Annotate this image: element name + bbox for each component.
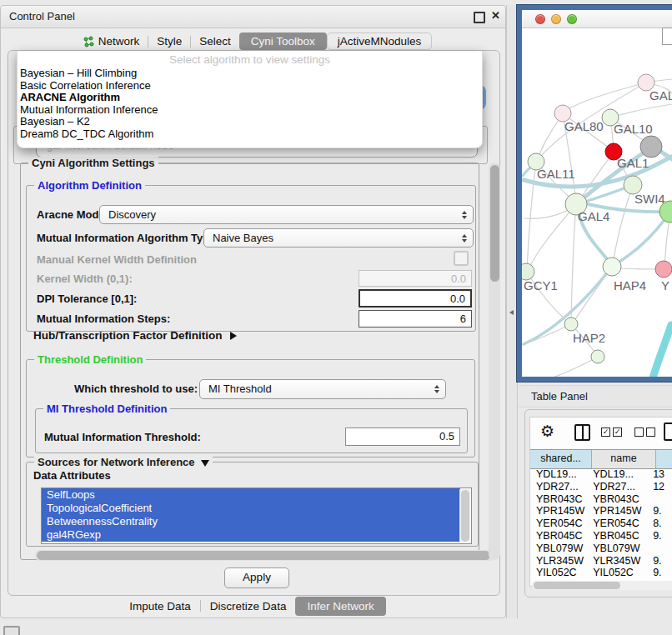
table-cell: 13	[649, 468, 672, 481]
network-node-hap4[interactable]	[603, 258, 621, 276]
float-window-icon[interactable]	[474, 12, 485, 23]
table-row[interactable]: YBL079WYBL079W	[530, 542, 672, 555]
table-cell: YBL079W	[530, 542, 589, 555]
table-column-header[interactable]: shared...	[530, 450, 592, 468]
settings-gear-icon[interactable]: ⚙	[540, 422, 554, 441]
scrollbar-thumb[interactable]	[37, 551, 490, 560]
group-title: Sources for Network Inference	[34, 456, 213, 468]
table-row[interactable]: YER054CYER054C8.	[530, 518, 672, 530]
network-edge[interactable]	[524, 324, 571, 344]
table-row[interactable]: YBR045CYBR045C9.	[530, 530, 672, 542]
node-label: GAL10	[614, 122, 653, 136]
table-row[interactable]: YPR145WYPR145W9.	[530, 505, 672, 518]
close-window-button[interactable]	[535, 14, 545, 24]
table-cell: 9.	[649, 505, 672, 518]
threshold-select[interactable]: MI Threshold	[199, 379, 446, 399]
deselect-checkbox-icon[interactable]	[646, 428, 655, 437]
table-body: YDL19...YDL19...13YDR27...YDR27...12YBR0…	[530, 468, 672, 578]
data-attribute-item[interactable]: SelfLoops	[42, 488, 460, 502]
close-panel-icon[interactable]: ✕	[491, 9, 500, 22]
column-split-icon[interactable]	[574, 424, 590, 441]
tab-jactivemnodules[interactable]: jActiveMNodules	[327, 32, 433, 50]
data-attributes-items: SelfLoopsTopologicalCoefficientBetweenne…	[42, 488, 471, 542]
scrollbar-thumb[interactable]	[534, 582, 620, 589]
node-label: HAP4	[614, 278, 646, 292]
dpi-tolerance-input[interactable]: 0.0	[359, 289, 472, 308]
algorithm-option[interactable]: Bayesian – Hill Climbing	[20, 68, 482, 80]
data-attribute-item[interactable]: gal4RGexp	[42, 528, 460, 542]
network-view-window[interactable]: GALGAL80GAL10GAL1GAL11SWI4GAL4GCY1HAP4YH…	[517, 5, 672, 382]
zoom-window-button[interactable]	[567, 14, 577, 24]
kernel-width-input[interactable]: 0.0	[359, 270, 472, 287]
network-node-gcy1[interactable]	[522, 263, 534, 280]
scrollbar-thumb[interactable]	[461, 490, 469, 542]
table-icon[interactable]	[664, 422, 672, 441]
network-edge[interactable]	[610, 104, 672, 118]
network-edge[interactable]	[549, 357, 598, 377]
algorithm-option[interactable]: Bayesian – K2	[20, 116, 482, 128]
table-cell: 9.	[649, 530, 672, 542]
table-column-header[interactable]: name	[592, 450, 656, 468]
scrollbar-thumb[interactable]	[490, 165, 499, 282]
table-panel-window: ⚙ ✓ ✓ shared...nameA YDL19...YDL19...13Y…	[524, 409, 672, 598]
tab-impute-data[interactable]: Impute Data	[120, 598, 200, 615]
network-edge[interactable]	[571, 204, 576, 322]
aracne-mode-select[interactable]: Discovery	[99, 205, 474, 224]
settings-vertical-scrollbar[interactable]	[489, 162, 500, 560]
table-row[interactable]: YLR345WYLR345W9.	[530, 555, 672, 568]
apply-button[interactable]: Apply	[224, 568, 289, 588]
algorithm-option[interactable]: Basic Correlation Inference	[20, 80, 482, 92]
expand-right-icon	[230, 332, 237, 340]
table-cell: YDR27...	[530, 481, 589, 493]
tab-style[interactable]: Style	[148, 33, 190, 49]
select-all-checkbox-icon[interactable]: ✓	[613, 428, 622, 437]
table-row[interactable]: YBR043CYBR043C	[530, 493, 672, 506]
data-attribute-item[interactable]: BetweennessCentrality	[42, 515, 460, 528]
network-node[interactable]	[591, 350, 604, 363]
network-edge[interactable]	[574, 267, 612, 322]
tab-select[interactable]: Select	[191, 33, 239, 49]
network-canvas[interactable]: GALGAL80GAL10GAL1GAL11SWI4GAL4GCY1HAP4YH…	[522, 28, 672, 377]
table-row[interactable]: YIL052CYIL052C9.	[530, 567, 672, 578]
tab-infer-network[interactable]: Infer Network	[295, 597, 385, 616]
tab-discretize-data[interactable]: Discretize Data	[201, 598, 296, 615]
tab-network[interactable]: Network	[74, 33, 148, 49]
select-all-checkbox-icon[interactable]: ✓	[601, 428, 610, 437]
manual-kernel-checkbox[interactable]	[454, 251, 469, 266]
table-cell: YPR145W	[530, 505, 589, 518]
data-attribute-item[interactable]: TopologicalCoefficient	[42, 502, 460, 515]
network-node-y[interactable]	[655, 261, 672, 278]
algorithm-option[interactable]: ARACNE Algorithm	[20, 92, 482, 104]
network-edge[interactable]	[529, 204, 576, 269]
list-vertical-scrollbar[interactable]	[459, 489, 470, 542]
sources-title: Sources for Network Inference	[38, 456, 195, 468]
table-header-row: shared...nameA	[530, 449, 672, 469]
tab-cyni-toolbox[interactable]: Cyni Toolbox	[239, 32, 327, 50]
table-horizontal-scrollbar[interactable]	[532, 581, 672, 590]
network-edge[interactable]	[651, 325, 671, 377]
node-label: GAL11	[537, 167, 575, 181]
network-node[interactable]	[640, 136, 662, 158]
panel-splitter[interactable]	[506, 5, 518, 618]
settings-horizontal-scrollbar[interactable]	[35, 550, 495, 561]
tab-label: jActiveMNodules	[338, 35, 422, 48]
algorithm-option[interactable]: Dream8 DC_TDC Algorithm	[20, 128, 482, 141]
mi-steps-input[interactable]: 6	[359, 310, 472, 328]
table-row[interactable]: YDL19...YDL19...13	[530, 468, 672, 481]
network-edge[interactable]	[613, 185, 633, 264]
network-node-hap2[interactable]	[564, 318, 578, 331]
deselect-checkbox-icon[interactable]	[634, 428, 644, 437]
minimize-window-button[interactable]	[551, 14, 561, 24]
tab-label: Infer Network	[307, 600, 374, 612]
collapse-left-icon[interactable]	[509, 310, 514, 315]
mi-threshold-input[interactable]: 0.5	[345, 428, 460, 446]
minimized-panel-icon[interactable]	[3, 626, 20, 635]
data-attributes-list[interactable]: SelfLoopsTopologicalCoefficientBetweenne…	[41, 488, 472, 544]
table-column-header[interactable]: A	[656, 450, 672, 468]
network-edge[interactable]	[527, 162, 536, 269]
table-row[interactable]: YDR27...YDR27...12	[530, 481, 672, 493]
mi-algorithm-type-select[interactable]: Naive Bayes	[203, 228, 474, 248]
algorithm-option[interactable]: Mutual Information Inference	[20, 104, 482, 117]
hub-definition-expander[interactable]: Hub/Transcription Factor Definition	[33, 329, 237, 342]
collapse-down-icon[interactable]	[201, 460, 209, 467]
